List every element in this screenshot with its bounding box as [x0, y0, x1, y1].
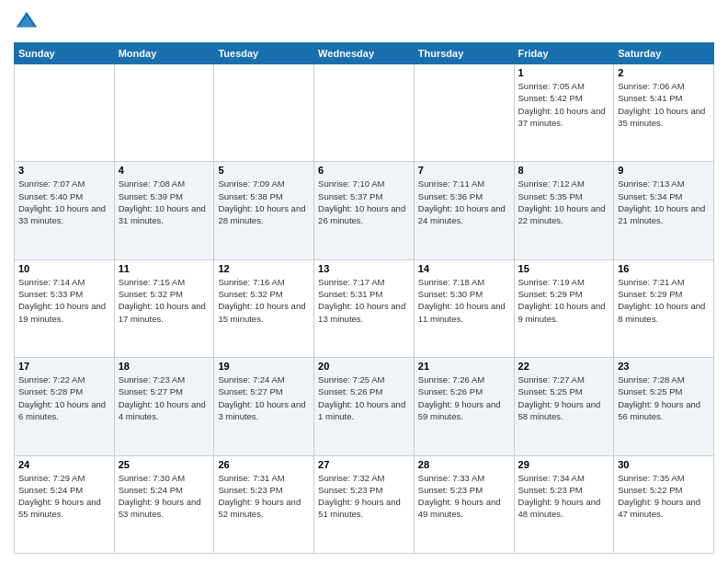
calendar-cell: 8Sunrise: 7:12 AM Sunset: 5:35 PM Daylig…	[514, 162, 614, 259]
day-number: 13	[318, 263, 410, 274]
day-number: 15	[518, 263, 610, 274]
day-info: Sunrise: 7:19 AM Sunset: 5:29 PM Dayligh…	[518, 276, 610, 325]
calendar-cell: 15Sunrise: 7:19 AM Sunset: 5:29 PM Dayli…	[514, 259, 614, 357]
day-number: 12	[218, 263, 310, 274]
calendar-week-row: 3Sunrise: 7:07 AM Sunset: 5:40 PM Daylig…	[15, 162, 714, 259]
calendar-cell: 20Sunrise: 7:25 AM Sunset: 5:26 PM Dayli…	[314, 358, 415, 455]
day-number: 23	[618, 361, 710, 372]
day-info: Sunrise: 7:17 AM Sunset: 5:31 PM Dayligh…	[318, 276, 410, 325]
day-info: Sunrise: 7:16 AM Sunset: 5:32 PM Dayligh…	[218, 276, 310, 325]
day-info: Sunrise: 7:30 AM Sunset: 5:24 PM Dayligh…	[119, 472, 210, 521]
day-number: 25	[119, 459, 210, 470]
calendar-cell: 30Sunrise: 7:35 AM Sunset: 5:22 PM Dayli…	[614, 455, 714, 553]
day-number: 11	[119, 263, 210, 274]
day-number: 3	[18, 165, 110, 176]
day-info: Sunrise: 7:33 AM Sunset: 5:23 PM Dayligh…	[418, 472, 510, 521]
calendar-cell: 25Sunrise: 7:30 AM Sunset: 5:24 PM Dayli…	[114, 455, 214, 553]
calendar-cell: 9Sunrise: 7:13 AM Sunset: 5:34 PM Daylig…	[614, 162, 714, 259]
day-info: Sunrise: 7:22 AM Sunset: 5:28 PM Dayligh…	[18, 373, 110, 422]
day-info: Sunrise: 7:29 AM Sunset: 5:24 PM Dayligh…	[18, 472, 110, 521]
day-number: 8	[518, 165, 610, 176]
day-number: 2	[618, 67, 710, 78]
calendar-week-row: 17Sunrise: 7:22 AM Sunset: 5:28 PM Dayli…	[15, 358, 714, 455]
calendar-cell: 21Sunrise: 7:26 AM Sunset: 5:26 PM Dayli…	[414, 358, 514, 455]
calendar-cell: 29Sunrise: 7:34 AM Sunset: 5:23 PM Dayli…	[514, 455, 614, 553]
calendar-cell: 2Sunrise: 7:06 AM Sunset: 5:41 PM Daylig…	[614, 64, 714, 162]
calendar-cell: 10Sunrise: 7:14 AM Sunset: 5:33 PM Dayli…	[15, 259, 115, 357]
day-number: 19	[218, 361, 310, 372]
calendar-cell: 1Sunrise: 7:05 AM Sunset: 5:42 PM Daylig…	[514, 64, 614, 162]
calendar-cell: 26Sunrise: 7:31 AM Sunset: 5:23 PM Dayli…	[214, 455, 314, 553]
day-number: 4	[119, 165, 210, 176]
day-number: 6	[318, 165, 410, 176]
calendar-cell	[15, 64, 115, 162]
logo-icon	[14, 9, 40, 35]
calendar-cell	[114, 64, 214, 162]
page: SundayMondayTuesdayWednesdayThursdayFrid…	[0, 0, 728, 563]
day-number: 29	[518, 459, 610, 470]
calendar-week-row: 24Sunrise: 7:29 AM Sunset: 5:24 PM Dayli…	[15, 455, 714, 553]
calendar-cell	[214, 64, 314, 162]
col-header-thursday: Thursday	[414, 43, 514, 64]
day-number: 1	[518, 67, 610, 78]
day-number: 26	[218, 459, 310, 470]
calendar-cell: 11Sunrise: 7:15 AM Sunset: 5:32 PM Dayli…	[114, 259, 214, 357]
col-header-sunday: Sunday	[15, 43, 115, 64]
day-number: 16	[618, 263, 710, 274]
day-info: Sunrise: 7:13 AM Sunset: 5:34 PM Dayligh…	[618, 178, 710, 226]
calendar-cell: 17Sunrise: 7:22 AM Sunset: 5:28 PM Dayli…	[15, 358, 115, 455]
day-number: 9	[618, 165, 710, 176]
day-info: Sunrise: 7:34 AM Sunset: 5:23 PM Dayligh…	[518, 472, 610, 521]
calendar-cell: 13Sunrise: 7:17 AM Sunset: 5:31 PM Dayli…	[314, 259, 415, 357]
day-number: 22	[518, 361, 610, 372]
calendar-cell	[414, 64, 514, 162]
day-info: Sunrise: 7:18 AM Sunset: 5:30 PM Dayligh…	[418, 276, 510, 325]
calendar-cell	[314, 64, 415, 162]
day-info: Sunrise: 7:35 AM Sunset: 5:22 PM Dayligh…	[618, 472, 710, 521]
col-header-monday: Monday	[114, 43, 214, 64]
day-info: Sunrise: 7:25 AM Sunset: 5:26 PM Dayligh…	[318, 373, 410, 422]
day-number: 5	[218, 165, 310, 176]
logo	[14, 9, 43, 35]
day-info: Sunrise: 7:28 AM Sunset: 5:25 PM Dayligh…	[618, 373, 710, 422]
calendar-cell: 5Sunrise: 7:09 AM Sunset: 5:38 PM Daylig…	[214, 162, 314, 259]
day-number: 27	[318, 459, 410, 470]
day-info: Sunrise: 7:27 AM Sunset: 5:25 PM Dayligh…	[518, 373, 610, 422]
day-number: 30	[618, 459, 710, 470]
day-number: 20	[318, 361, 410, 372]
col-header-friday: Friday	[514, 43, 614, 64]
day-info: Sunrise: 7:21 AM Sunset: 5:29 PM Dayligh…	[618, 276, 710, 325]
calendar-cell: 3Sunrise: 7:07 AM Sunset: 5:40 PM Daylig…	[15, 162, 115, 259]
calendar-table: SundayMondayTuesdayWednesdayThursdayFrid…	[14, 42, 714, 554]
calendar-cell: 28Sunrise: 7:33 AM Sunset: 5:23 PM Dayli…	[414, 455, 514, 553]
day-info: Sunrise: 7:32 AM Sunset: 5:23 PM Dayligh…	[318, 472, 410, 521]
calendar-header-row: SundayMondayTuesdayWednesdayThursdayFrid…	[15, 43, 714, 64]
day-number: 10	[18, 263, 110, 274]
day-number: 17	[18, 361, 110, 372]
calendar-cell: 6Sunrise: 7:10 AM Sunset: 5:37 PM Daylig…	[314, 162, 415, 259]
calendar-cell: 18Sunrise: 7:23 AM Sunset: 5:27 PM Dayli…	[114, 358, 214, 455]
day-info: Sunrise: 7:24 AM Sunset: 5:27 PM Dayligh…	[218, 373, 310, 422]
day-info: Sunrise: 7:14 AM Sunset: 5:33 PM Dayligh…	[18, 276, 110, 325]
calendar-cell: 7Sunrise: 7:11 AM Sunset: 5:36 PM Daylig…	[414, 162, 514, 259]
day-info: Sunrise: 7:05 AM Sunset: 5:42 PM Dayligh…	[518, 80, 610, 129]
day-number: 28	[418, 459, 510, 470]
day-number: 24	[18, 459, 110, 470]
calendar-cell: 27Sunrise: 7:32 AM Sunset: 5:23 PM Dayli…	[314, 455, 415, 553]
calendar-cell: 4Sunrise: 7:08 AM Sunset: 5:39 PM Daylig…	[114, 162, 214, 259]
day-info: Sunrise: 7:11 AM Sunset: 5:36 PM Dayligh…	[418, 178, 510, 226]
col-header-tuesday: Tuesday	[214, 43, 314, 64]
day-info: Sunrise: 7:15 AM Sunset: 5:32 PM Dayligh…	[119, 276, 210, 325]
day-number: 14	[418, 263, 510, 274]
day-number: 18	[119, 361, 210, 372]
calendar-cell: 24Sunrise: 7:29 AM Sunset: 5:24 PM Dayli…	[15, 455, 115, 553]
calendar-cell: 19Sunrise: 7:24 AM Sunset: 5:27 PM Dayli…	[214, 358, 314, 455]
header	[14, 9, 714, 35]
day-info: Sunrise: 7:23 AM Sunset: 5:27 PM Dayligh…	[119, 373, 210, 422]
day-number: 7	[418, 165, 510, 176]
day-info: Sunrise: 7:08 AM Sunset: 5:39 PM Dayligh…	[119, 178, 210, 226]
col-header-saturday: Saturday	[614, 43, 714, 64]
day-info: Sunrise: 7:10 AM Sunset: 5:37 PM Dayligh…	[318, 178, 410, 226]
day-info: Sunrise: 7:09 AM Sunset: 5:38 PM Dayligh…	[218, 178, 310, 226]
col-header-wednesday: Wednesday	[314, 43, 415, 64]
